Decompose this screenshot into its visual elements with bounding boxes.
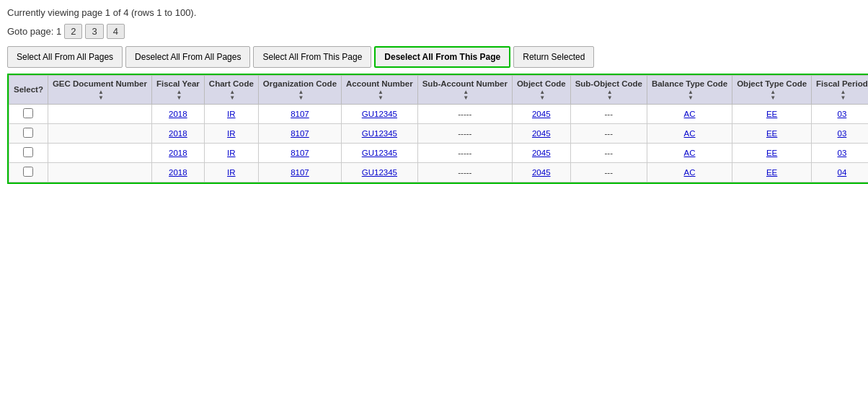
row-2-balance-type-code-link[interactable]: AC (684, 149, 696, 157)
row-0-org-code-link[interactable]: 8107 (291, 110, 309, 118)
row-2-balance-type-code: AC (647, 143, 732, 162)
row-0-object-type-code-link[interactable]: EE (766, 110, 777, 118)
row-3-balance-type-code-link[interactable]: AC (684, 168, 696, 177)
row-1-fiscal-year-link[interactable]: 2018 (169, 129, 187, 138)
row-1-object-code: 2045 (512, 123, 570, 143)
row-2-fiscal-year-link[interactable]: 2018 (169, 149, 187, 157)
row-3-balance-type-code: AC (647, 162, 732, 182)
row-3-object-type-code-link[interactable]: EE (766, 168, 777, 177)
row-2-checkbox[interactable] (23, 147, 33, 157)
deselect-all-pages-button[interactable]: Deselect All From All Pages (125, 46, 250, 68)
row-3-fiscal-period-link[interactable]: 04 (837, 168, 846, 177)
row-3-object-type-code: EE (732, 162, 812, 182)
row-1-gec-doc-num (48, 123, 151, 143)
table-row: 2018IR8107GU12345-----2045---ACEE03SB014… (9, 123, 869, 143)
return-selected-button[interactable]: Return Selected (513, 46, 594, 68)
col-select: Select? (9, 76, 48, 105)
row-2-chart-code-link[interactable]: IR (227, 149, 236, 157)
row-3-object-code-link[interactable]: 2045 (532, 168, 551, 177)
row-2-org-code-link[interactable]: 8107 (291, 149, 309, 157)
page-btn-4[interactable]: 4 (107, 24, 125, 39)
row-0-sub-account-num: ----- (417, 104, 512, 123)
row-0-org-code: 8107 (258, 104, 341, 123)
row-1-account-num-link[interactable]: GU12345 (362, 129, 397, 138)
row-1-sub-object-code: --- (570, 123, 647, 143)
table-header-row: Select? GEC Document Number ▲▼ Fiscal Ye… (9, 76, 869, 105)
row-1-object-type-code: EE (732, 123, 812, 143)
col-fiscal-year[interactable]: Fiscal Year ▲▼ (151, 76, 204, 105)
toolbar: Select All From All Pages Deselect All F… (7, 46, 861, 68)
row-2-object-type-code: EE (732, 143, 812, 162)
row-0-account-num-link[interactable]: GU12345 (362, 110, 397, 118)
deselect-this-page-button[interactable]: Deselect All From This Page (374, 46, 510, 68)
row-0-chart-code-link[interactable]: IR (227, 110, 236, 118)
row-1-fiscal-year: 2018 (151, 123, 204, 143)
row-3-gec-doc-num (48, 162, 151, 182)
page-btn-3[interactable]: 3 (85, 24, 103, 39)
row-3-fiscal-year-link[interactable]: 2018 (169, 168, 187, 177)
row-2-gec-doc-num (48, 143, 151, 162)
row-2-fiscal-period: 03 (812, 143, 868, 162)
row-3-chart-code-link[interactable]: IR (227, 168, 236, 177)
row-3-select-cell (9, 162, 48, 182)
col-account-num[interactable]: Account Number ▲▼ (342, 76, 418, 105)
row-1-object-type-code-link[interactable]: EE (766, 129, 777, 138)
row-2-fiscal-year: 2018 (151, 143, 204, 162)
row-2-object-code-link[interactable]: 2045 (532, 149, 551, 157)
row-3-account-num-link[interactable]: GU12345 (362, 168, 397, 177)
row-3-org-code: 8107 (258, 162, 341, 182)
col-balance-type-code[interactable]: Balance Type Code ▲▼ (647, 76, 732, 105)
col-org-code[interactable]: Organization Code ▲▼ (258, 76, 341, 105)
row-0-account-num: GU12345 (342, 104, 418, 123)
col-object-code[interactable]: Object Code ▲▼ (512, 76, 570, 105)
col-object-type-code[interactable]: Object Type Code ▲▼ (732, 76, 812, 105)
row-2-object-code: 2045 (512, 143, 570, 162)
row-3-object-code: 2045 (512, 162, 570, 182)
row-0-fiscal-period-link[interactable]: 03 (837, 110, 846, 118)
table-row: 2018IR8107GU12345-----2045---ACEE03SB014… (9, 104, 869, 123)
row-1-fiscal-period: 03 (812, 123, 868, 143)
row-0-balance-type-code-link[interactable]: AC (684, 110, 696, 118)
row-2-sub-object-code: --- (570, 143, 647, 162)
row-3-sub-account-num: ----- (417, 162, 512, 182)
row-0-fiscal-year-link[interactable]: 2018 (169, 110, 187, 118)
row-3-fiscal-year: 2018 (151, 162, 204, 182)
col-sub-object-code[interactable]: Sub-Object Code ▲▼ (570, 76, 647, 105)
goto-label: Goto page: 1 (7, 26, 61, 37)
row-2-sub-account-num: ----- (417, 143, 512, 162)
row-0-object-code-link[interactable]: 2045 (532, 110, 551, 118)
col-sub-account-num[interactable]: Sub-Account Number ▲▼ (417, 76, 512, 105)
row-3-account-num: GU12345 (342, 162, 418, 182)
results-table: Select? GEC Document Number ▲▼ Fiscal Ye… (9, 75, 868, 182)
row-0-fiscal-period: 03 (812, 104, 868, 123)
row-2-fiscal-period-link[interactable]: 03 (837, 149, 846, 157)
row-0-balance-type-code: AC (647, 104, 732, 123)
col-gec-doc-num[interactable]: GEC Document Number ▲▼ (48, 76, 151, 105)
table-row: 2018IR8107GU12345-----2045---ACEE04SB014… (9, 162, 869, 182)
row-3-checkbox[interactable] (23, 167, 33, 177)
row-1-object-code-link[interactable]: 2045 (532, 129, 551, 138)
select-this-page-button[interactable]: Select All From This Page (253, 46, 371, 68)
row-1-balance-type-code-link[interactable]: AC (684, 129, 696, 138)
row-1-checkbox[interactable] (23, 128, 33, 138)
row-1-org-code-link[interactable]: 8107 (291, 129, 309, 138)
row-1-balance-type-code: AC (647, 123, 732, 143)
row-2-account-num-link[interactable]: GU12345 (362, 149, 397, 157)
row-1-select-cell (9, 123, 48, 143)
row-0-chart-code: IR (204, 104, 258, 123)
row-3-org-code-link[interactable]: 8107 (291, 168, 309, 177)
row-1-chart-code-link[interactable]: IR (227, 129, 236, 138)
row-2-chart-code: IR (204, 143, 258, 162)
row-2-object-type-code-link[interactable]: EE (766, 149, 777, 157)
goto-row: Goto page: 1 2 3 4 (7, 24, 861, 39)
row-2-account-num: GU12345 (342, 143, 418, 162)
row-0-gec-doc-num (48, 104, 151, 123)
col-chart-code[interactable]: Chart Code ▲▼ (204, 76, 258, 105)
row-1-fiscal-period-link[interactable]: 03 (837, 129, 846, 138)
page-btn-2[interactable]: 2 (64, 24, 82, 39)
row-0-checkbox[interactable] (23, 108, 33, 118)
select-all-pages-button[interactable]: Select All From All Pages (7, 46, 123, 68)
row-2-select-cell (9, 143, 48, 162)
col-fiscal-period[interactable]: Fiscal Period ▲▼ (812, 76, 868, 105)
row-1-org-code: 8107 (258, 123, 341, 143)
